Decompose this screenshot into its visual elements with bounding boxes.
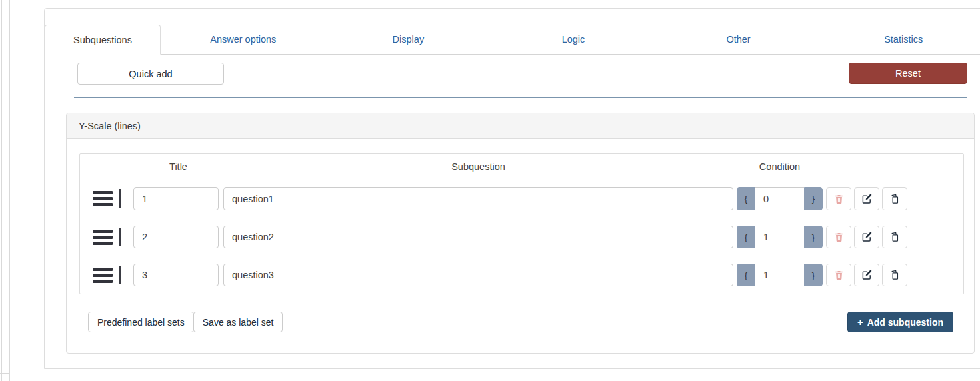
edit-pencil-icon (861, 232, 872, 242)
panel-title: Y-Scale (lines) (67, 113, 974, 139)
panel-body: Title Subquestion Condition (67, 139, 974, 353)
subquestion-input[interactable] (223, 264, 733, 286)
tab-logic[interactable]: Logic (491, 25, 656, 54)
copy-icon (889, 194, 900, 204)
edit-pencil-icon (861, 194, 872, 204)
label-set-button-group: Predefined label sets Save as label set (88, 312, 283, 332)
condition-open-brace: { (737, 264, 755, 286)
subquestion-row: { } (80, 179, 963, 218)
question-editor-panel: Subquestions Answer options Display Logi… (44, 8, 980, 369)
column-header-condition: Condition (733, 161, 826, 172)
page-footer-rule (0, 373, 10, 374)
condition-input[interactable] (755, 187, 804, 210)
condition-input[interactable] (755, 264, 804, 286)
condition-input[interactable] (755, 226, 804, 248)
tab-subquestions[interactable]: Subquestions (45, 25, 161, 55)
tab-display[interactable]: Display (326, 25, 491, 54)
tab-statistics[interactable]: Statistics (821, 25, 980, 54)
table-footer: Predefined label sets Save as label set … (79, 312, 964, 332)
copy-icon (889, 270, 900, 280)
trash-icon (834, 194, 844, 204)
copy-button[interactable] (882, 226, 907, 248)
delete-button[interactable] (826, 264, 851, 286)
tab-bar: Subquestions Answer options Display Logi… (45, 25, 980, 55)
trash-icon (834, 270, 844, 280)
tab-content: Quick add Reset Y-Scale (lines) Title Su… (45, 55, 980, 374)
tab-other[interactable]: Other (656, 25, 821, 54)
drag-handle-icon[interactable] (93, 189, 121, 208)
tab-answer-options[interactable]: Answer options (161, 25, 326, 54)
title-input[interactable] (133, 264, 219, 286)
condition-open-brace: { (737, 187, 755, 210)
page-left-rule-2 (9, 0, 10, 381)
drag-handle-icon[interactable] (93, 228, 121, 246)
subquestion-input[interactable] (223, 187, 733, 210)
condition-group: { } (737, 187, 823, 210)
quick-add-button[interactable]: Quick add (77, 63, 224, 85)
edit-button[interactable] (854, 226, 879, 248)
predefined-label-sets-button[interactable]: Predefined label sets (88, 312, 194, 332)
subquestion-row: { } (80, 218, 963, 256)
trash-icon (834, 232, 844, 242)
plus-icon: + (857, 316, 863, 328)
delete-button[interactable] (826, 226, 851, 248)
title-input[interactable] (133, 226, 219, 248)
add-subquestion-label: Add subquestion (867, 317, 943, 328)
edit-button[interactable] (854, 264, 879, 286)
drag-handle-icon[interactable] (93, 266, 121, 284)
condition-close-brace: } (804, 226, 823, 248)
condition-open-brace: { (737, 226, 755, 248)
copy-icon (889, 232, 900, 242)
divider (74, 97, 967, 98)
edit-button[interactable] (854, 187, 879, 210)
subquestions-table: Title Subquestion Condition (79, 153, 964, 294)
condition-close-brace: } (804, 264, 823, 286)
delete-button[interactable] (826, 187, 851, 210)
condition-group: { } (737, 226, 823, 248)
title-input[interactable] (133, 187, 219, 210)
condition-close-brace: } (804, 187, 823, 210)
toolbar: Quick add Reset (77, 63, 967, 85)
table-header-row: Title Subquestion Condition (80, 154, 963, 179)
column-header-title: Title (133, 161, 223, 172)
copy-button[interactable] (882, 264, 907, 286)
column-header-subquestion: Subquestion (223, 161, 733, 172)
condition-group: { } (737, 264, 823, 286)
subquestions-panel: Y-Scale (lines) Title Subquestion Condit… (66, 113, 975, 354)
reset-button[interactable]: Reset (849, 63, 967, 84)
subquestion-input[interactable] (223, 226, 733, 248)
add-subquestion-button[interactable]: + Add subquestion (847, 312, 953, 332)
page-left-rule (1, 0, 2, 381)
save-as-label-set-button[interactable]: Save as label set (193, 312, 283, 332)
subquestion-row: { } (80, 256, 963, 294)
edit-pencil-icon (861, 270, 872, 280)
copy-button[interactable] (882, 187, 907, 210)
